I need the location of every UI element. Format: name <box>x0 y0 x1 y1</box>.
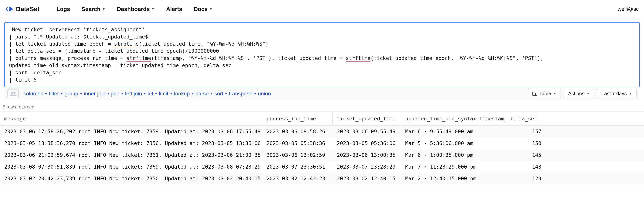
cell-delta_sec: 143 <box>505 164 553 170</box>
cell-ticket_updated_time: 2023-03-02 12:40:15 <box>333 176 401 182</box>
cell-updated_old: Mar 6 · 1:00:35.000 pm <box>401 152 505 158</box>
cell-updated_old: Mar 7 · 11:28:29.000 pm <box>401 164 505 170</box>
table-row[interactable]: 2023-03-06 17:58:26,202 root INFO New ti… <box>0 125 644 137</box>
query-editor[interactable]: "New ticket" serverHost='tickets_assignm… <box>4 22 640 87</box>
svg-point-0 <box>11 92 13 94</box>
user-email[interactable]: weili@sc <box>618 6 639 12</box>
col-process-run-time[interactable]: process_run_time <box>262 112 333 125</box>
helper-let[interactable]: let <box>148 91 154 97</box>
svg-rect-2 <box>532 92 537 96</box>
cell-message: 2023-03-02 20:42:23,739 root INFO New ti… <box>0 176 262 182</box>
helper-filter[interactable]: filter <box>49 91 59 97</box>
helper-limit[interactable]: limit <box>159 91 168 97</box>
cell-process_run_time: 2023-03-07 23:30:51 <box>262 164 333 170</box>
helper-union[interactable]: union <box>258 91 271 97</box>
col-delta-sec[interactable]: delta_sec <box>505 112 553 125</box>
cell-process_run_time: 2023-03-05 05:38:36 <box>262 140 333 146</box>
helper-transpose[interactable]: transpose <box>229 91 252 97</box>
col-updated-old[interactable]: updated_time_old_syntax.timestamp <box>401 112 505 125</box>
results-table: message process_run_time ticket_updated_… <box>0 111 644 184</box>
query-helpers: columns• filter• group• inner join• join… <box>24 91 271 97</box>
chevron-down-icon: ▼ <box>151 7 155 11</box>
logo-icon <box>5 6 14 12</box>
cell-delta_sec: 150 <box>505 140 553 146</box>
cell-process_run_time: 2023-03-02 12:42:23 <box>262 176 333 182</box>
app-header: DataSet Logs Search▼ Dashboards▼ Alerts … <box>0 0 644 18</box>
cell-delta_sec: 157 <box>505 128 553 134</box>
col-message[interactable]: message <box>0 112 262 125</box>
chevron-down-icon: ▼ <box>586 92 590 95</box>
cell-ticket_updated_time: 2023-03-05 05:36:06 <box>333 140 401 146</box>
query-line: | columns message, process_run_time = <box>9 55 126 61</box>
cell-ticket_updated_time: 2023-03-06 09:55:49 <box>333 128 401 134</box>
helper-leftjoin[interactable]: left join <box>125 91 142 97</box>
query-helper-bar: columns• filter• group• inner join• join… <box>4 87 640 100</box>
cell-process_run_time: 2023-03-06 09:58:26 <box>262 128 333 134</box>
query-line: | parse ".* Updated at: $ticket_updated_… <box>9 34 151 40</box>
actions-button[interactable]: Actions ▼ <box>564 89 594 99</box>
table-header: message process_run_time ticket_updated_… <box>0 112 644 125</box>
logo[interactable]: DataSet <box>5 5 39 13</box>
svg-point-1 <box>13 92 16 94</box>
cell-message: 2023-03-08 07:30:51,839 root INFO New ti… <box>0 164 262 170</box>
nav-docs[interactable]: Docs▼ <box>194 6 212 12</box>
chevron-down-icon: ▼ <box>102 7 106 11</box>
table-row[interactable]: 2023-03-06 21:02:59,674 root INFO New ti… <box>0 149 644 161</box>
helper-join[interactable]: join <box>111 91 120 97</box>
helper-innerjoin[interactable]: inner join <box>84 91 106 97</box>
query-line: | limit 5 <box>9 77 37 83</box>
fn-strftime: strftime <box>126 55 151 62</box>
time-range-button[interactable]: Last 7 days ▼ <box>597 89 636 99</box>
helper-parse[interactable]: parse <box>196 91 209 97</box>
chevron-down-icon: ▼ <box>629 92 632 95</box>
query-line: | let delta_sec = (timestamp - ticket_up… <box>9 48 219 54</box>
query-line: | sort -delta_sec <box>9 70 62 76</box>
nav-logs[interactable]: Logs <box>56 6 70 12</box>
cell-updated_old: Mar 2 · 12:40:15.000 pm <box>401 176 505 182</box>
cell-ticket_updated_time: 2023-03-07 23:28:29 <box>333 164 401 170</box>
query-line: | let ticket_updated_time_epoch = <box>9 41 114 47</box>
cell-message: 2023-03-05 13:38:36,270 root INFO New ti… <box>0 140 262 146</box>
table-row[interactable]: 2023-03-05 13:38:36,270 root INFO New ti… <box>0 137 644 149</box>
cell-updated_old: Mar 5 · 5:36:06.000 am <box>401 140 505 146</box>
rows-returned-label: 5 rows returned <box>0 100 644 111</box>
view-mode-button[interactable]: Table ▼ <box>528 89 561 99</box>
cell-message: 2023-03-06 21:02:59,674 root INFO New ti… <box>0 152 262 158</box>
query-line: (ticket_updated_time, "%Y-%m-%d %H:%M:%S… <box>139 41 268 47</box>
chevron-down-icon: ▼ <box>209 7 212 11</box>
chevron-down-icon: ▼ <box>553 92 556 95</box>
table-row[interactable]: 2023-03-02 20:42:23,739 root INFO New ti… <box>0 173 644 184</box>
query-line: "New ticket" serverHost='tickets_assignm… <box>9 26 145 32</box>
nav-search[interactable]: Search▼ <box>82 6 106 12</box>
query-line: (timestamp, "%Y-%m-%d %H:%M:%S", 'PST'),… <box>151 55 346 61</box>
cell-message: 2023-03-06 17:58:26,202 root INFO New ti… <box>0 128 262 134</box>
nav-alerts[interactable]: Alerts <box>166 6 182 12</box>
table-icon <box>532 92 537 96</box>
cell-delta_sec: 145 <box>505 152 553 158</box>
right-controls: Table ▼ Actions ▼ Last 7 days ▼ <box>528 89 636 99</box>
product-name: DataSet <box>16 5 39 13</box>
fn-strptime: strptime <box>114 41 139 47</box>
table-body: 2023-03-06 17:58:26,202 root INFO New ti… <box>0 125 644 184</box>
helper-group[interactable]: group <box>65 91 78 97</box>
cell-process_run_time: 2023-03-06 13:02:59 <box>262 152 333 158</box>
helper-lookup[interactable]: lookup <box>174 91 190 97</box>
main-nav: Logs Search▼ Dashboards▼ Alerts Docs▼ <box>56 6 212 12</box>
table-row[interactable]: 2023-03-08 07:30:51,839 root INFO New ti… <box>0 161 644 173</box>
cell-delta_sec: 129 <box>505 176 553 182</box>
nav-dashboards[interactable]: Dashboards▼ <box>117 6 155 12</box>
helper-sort[interactable]: sort <box>214 91 223 97</box>
cell-ticket_updated_time: 2023-03-06 13:00:35 <box>333 152 401 158</box>
col-ticket-updated-time[interactable]: ticket_updated_time <box>333 112 401 125</box>
cell-updated_old: Mar 6 · 9:55:49.000 am <box>401 128 505 134</box>
fn-strftime: strftime <box>346 55 370 62</box>
people-icon[interactable] <box>8 89 19 98</box>
helper-columns[interactable]: columns <box>24 91 43 97</box>
